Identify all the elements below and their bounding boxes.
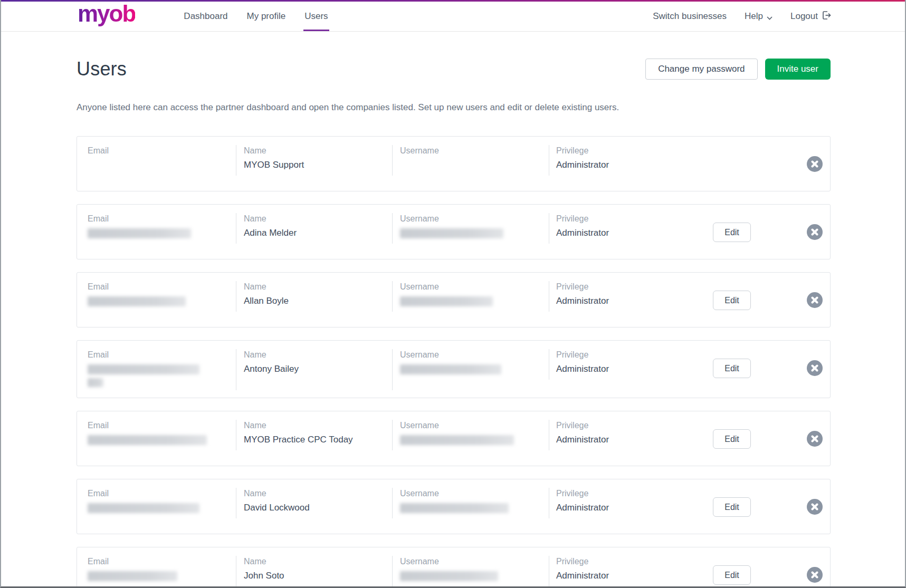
name-label: Name xyxy=(244,557,386,566)
delete-user-icon[interactable] xyxy=(807,224,823,240)
redacted-username xyxy=(400,364,501,374)
column-divider xyxy=(549,281,549,312)
user-name-value: John Soto xyxy=(244,571,386,581)
name-label: Name xyxy=(244,489,386,498)
privilege-column: Privilege Administrator xyxy=(556,421,699,445)
username-column: Username xyxy=(400,282,542,306)
privilege-label: Privilege xyxy=(556,350,699,360)
column-divider xyxy=(549,349,549,380)
user-card: Email Name Allan Boyle Username Privileg… xyxy=(77,272,831,327)
delete-user-icon[interactable] xyxy=(807,360,823,376)
column-divider xyxy=(236,213,236,244)
privilege-column: Privilege Administrator xyxy=(556,146,699,170)
page-title: Users xyxy=(77,58,127,80)
change-password-button[interactable]: Change my password xyxy=(645,59,757,80)
email-label: Email xyxy=(88,282,230,292)
email-label: Email xyxy=(88,557,230,566)
email-label: Email xyxy=(88,421,230,430)
column-divider xyxy=(392,281,393,312)
username-label: Username xyxy=(400,214,542,224)
help-label: Help xyxy=(745,11,763,22)
column-divider xyxy=(549,556,549,586)
nav-item-my-profile[interactable]: My profile xyxy=(247,2,286,31)
edit-user-button[interactable]: Edit xyxy=(713,565,751,585)
logout-link[interactable]: Logout xyxy=(790,11,832,23)
privilege-label: Privilege xyxy=(556,214,699,224)
redacted-username xyxy=(400,296,493,306)
column-divider xyxy=(236,145,236,176)
user-card: Email Name David Lockwood Username Privi… xyxy=(77,479,831,534)
logout-icon xyxy=(822,11,832,23)
email-label: Email xyxy=(88,350,230,360)
switch-businesses-link[interactable]: Switch businesses xyxy=(653,11,727,22)
nav-item-dashboard[interactable]: Dashboard xyxy=(184,2,227,31)
utility-nav: Switch businesses Help Logout xyxy=(653,11,832,23)
switch-businesses-label: Switch businesses xyxy=(653,11,727,22)
users-page: Users Change my password Invite user Any… xyxy=(1,58,905,588)
username-label: Username xyxy=(400,282,542,292)
redacted-email xyxy=(88,571,177,581)
page-title-row: Users Change my password Invite user xyxy=(77,58,831,80)
help-menu[interactable]: Help xyxy=(745,11,773,23)
privilege-column: Privilege Administrator xyxy=(556,282,699,306)
user-name-value: Antony Bailey xyxy=(244,364,386,374)
name-column: Name Adina Melder xyxy=(244,214,386,238)
redacted-email xyxy=(88,378,103,387)
username-column: Username xyxy=(400,489,542,513)
delete-user-icon[interactable] xyxy=(807,292,823,308)
redacted-email xyxy=(88,435,207,445)
username-label: Username xyxy=(400,489,542,498)
column-divider xyxy=(236,281,236,312)
delete-user-icon[interactable] xyxy=(807,156,823,172)
email-column: Email xyxy=(88,282,230,306)
column-divider xyxy=(236,349,236,390)
redacted-username xyxy=(400,503,509,513)
edit-user-button[interactable]: Edit xyxy=(713,359,751,378)
edit-user-button[interactable]: Edit xyxy=(713,429,751,449)
user-card: Email Name John Soto Username Privilege … xyxy=(77,547,831,588)
edit-user-button[interactable]: Edit xyxy=(713,223,751,242)
redacted-username xyxy=(400,571,498,581)
myob-logo[interactable]: myob xyxy=(78,3,135,30)
nav-item-users[interactable]: Users xyxy=(304,2,328,31)
username-label: Username xyxy=(400,146,542,156)
name-label: Name xyxy=(244,282,386,292)
column-divider xyxy=(392,556,393,586)
column-divider xyxy=(392,213,393,244)
column-divider xyxy=(392,145,393,176)
username-column: Username xyxy=(400,146,542,156)
name-column: Name MYOB Practice CPC Today xyxy=(244,421,386,445)
redacted-username xyxy=(400,228,503,238)
column-divider xyxy=(392,488,393,518)
name-column: Name Allan Boyle xyxy=(244,282,386,306)
column-divider xyxy=(236,488,236,518)
edit-user-button[interactable]: Edit xyxy=(713,291,751,310)
delete-user-icon[interactable] xyxy=(807,431,823,447)
privilege-label: Privilege xyxy=(556,282,699,292)
email-column: Email xyxy=(88,421,230,445)
logout-label: Logout xyxy=(790,11,818,22)
username-column: Username xyxy=(400,214,542,238)
privilege-value: Administrator xyxy=(556,160,699,170)
privilege-value: Administrator xyxy=(556,571,699,581)
edit-user-button[interactable]: Edit xyxy=(713,497,751,517)
column-divider xyxy=(392,420,393,450)
username-label: Username xyxy=(400,421,542,430)
user-name-value: Adina Melder xyxy=(244,228,386,238)
delete-user-icon[interactable] xyxy=(807,567,823,583)
user-card: Email Name Adina Melder Username Privile… xyxy=(77,204,831,259)
column-divider xyxy=(236,420,236,450)
email-column: Email xyxy=(88,557,230,581)
invite-user-button[interactable]: Invite user xyxy=(765,59,831,80)
delete-user-icon[interactable] xyxy=(807,499,823,515)
user-name-value: Allan Boyle xyxy=(244,296,386,306)
user-name-value: MYOB Practice CPC Today xyxy=(244,435,386,445)
user-card: Email Name MYOB Practice CPC Today Usern… xyxy=(77,411,831,466)
name-column: Name David Lockwood xyxy=(244,489,386,513)
privilege-value: Administrator xyxy=(556,228,699,238)
privilege-value: Administrator xyxy=(556,364,699,374)
user-card: Email Name Antony Bailey Username Privil… xyxy=(77,340,831,398)
email-label: Email xyxy=(88,146,230,156)
username-label: Username xyxy=(400,557,542,566)
page-actions: Change my password Invite user xyxy=(645,59,831,80)
